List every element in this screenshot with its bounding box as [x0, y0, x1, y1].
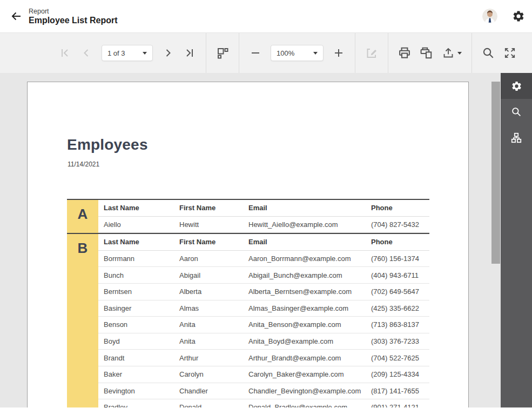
last-name-cell: Bevington	[98, 387, 174, 395]
next-page-button[interactable]	[157, 42, 179, 64]
previous-page-button[interactable]	[76, 42, 97, 64]
email-cell: Anita_Benson@example.com	[243, 320, 366, 329]
rail-search-button[interactable]	[501, 99, 532, 125]
email-cell: Chandler_Bevington@example.com	[243, 387, 366, 395]
last-name-cell: Boyd	[98, 337, 174, 345]
side-rail	[501, 73, 532, 407]
last-name-cell: Borrmann	[98, 255, 174, 263]
scrollbar-thumb[interactable]	[491, 82, 500, 264]
thumbnails-grid-icon	[216, 46, 229, 59]
export-button[interactable]	[437, 42, 466, 64]
printer-page-icon	[419, 46, 433, 60]
edit-button[interactable]	[361, 42, 382, 64]
last-name-cell: Brandt	[98, 354, 174, 362]
email-cell: Arthur_Brandt@example.com	[243, 354, 366, 362]
first-page-button[interactable]	[54, 42, 76, 64]
table-row: BoydAnitaAnita_Boyd@example.com(303) 376…	[98, 333, 429, 350]
thumbnails-button[interactable]	[212, 42, 233, 64]
viewer-toolbar: 1 of 3	[0, 33, 532, 73]
first-page-icon	[58, 46, 71, 59]
column-header: Last Name	[98, 204, 174, 212]
last-page-button[interactable]	[179, 42, 200, 64]
email-cell: Alberta_Berntsen@example.com	[243, 287, 366, 296]
email-cell: Almas_Basinger@example.com	[243, 304, 366, 312]
org-chart-icon	[510, 132, 522, 144]
first-name-cell: Donald	[174, 403, 243, 407]
first-name-cell: Anita	[174, 320, 243, 329]
breadcrumb: Report	[29, 8, 117, 15]
chevron-down-icon	[143, 52, 147, 55]
table-row: BasingerAlmasAlmas_Basinger@example.com(…	[98, 300, 429, 317]
search-icon	[481, 46, 495, 60]
column-header: Phone	[366, 204, 429, 212]
group-rows: Last NameFirst NameEmailPhoneBorrmannAar…	[98, 234, 429, 407]
table-group: ALast NameFirst NameEmailPhoneAielloHewi…	[67, 199, 429, 233]
phone-cell: (404) 943-6711	[366, 271, 429, 279]
report-title: Employees	[67, 136, 468, 153]
group-rows: Last NameFirst NameEmailPhoneAielloHewit…	[98, 200, 429, 233]
column-header: Email	[243, 238, 366, 246]
rail-parameters-button[interactable]	[501, 73, 532, 99]
page-title: Employee List Report	[29, 16, 117, 25]
first-name-cell: Arthur	[174, 354, 243, 362]
previous-page-icon	[80, 46, 93, 59]
toolbar-divider	[472, 33, 472, 73]
settings-gear-icon[interactable]	[510, 8, 527, 24]
toolbar-search-button[interactable]	[477, 42, 499, 64]
zoom-level-select[interactable]: 100%	[271, 45, 324, 61]
print-page-setup-button[interactable]	[415, 42, 437, 64]
header-actions	[482, 8, 527, 24]
zoom-in-button[interactable]	[328, 42, 349, 64]
page-number-value: 1 of 3	[107, 49, 125, 57]
back-button[interactable]	[7, 7, 25, 25]
phone-cell: (704) 827-5432	[366, 220, 429, 229]
chevron-down-icon	[457, 52, 462, 55]
first-name-cell: Carolyn	[174, 370, 243, 378]
edit-pencil-icon	[365, 46, 378, 59]
app-header: Report Employee List Report	[0, 0, 532, 33]
email-cell: Aaron_Borrmann@example.com	[243, 255, 366, 263]
email-cell: Hewitt_Aiello@example.com	[243, 220, 366, 229]
group-letter: A	[67, 200, 98, 233]
phone-cell: (817) 141-7655	[366, 387, 429, 395]
first-name-cell: Anita	[174, 337, 243, 345]
rail-document-map-button[interactable]	[501, 125, 532, 151]
zoom-out-button[interactable]	[245, 42, 266, 64]
viewer-content-area: Employees 11/14/2021 ALast NameFirst Nam…	[0, 73, 532, 407]
printer-icon	[398, 46, 412, 60]
first-name-cell: Alberta	[174, 287, 243, 296]
chevron-down-icon	[313, 52, 318, 55]
table-header-row: Last NameFirst NameEmailPhone	[98, 234, 429, 251]
report-page: Employees 11/14/2021 ALast NameFirst Nam…	[27, 82, 469, 407]
plus-icon	[332, 46, 345, 59]
print-button[interactable]	[394, 42, 415, 64]
column-header: Phone	[366, 238, 429, 246]
export-icon	[442, 46, 455, 59]
last-name-cell: Berntsen	[98, 287, 174, 296]
toolbar-divider	[239, 33, 239, 73]
last-name-cell: Baker	[98, 370, 174, 378]
phone-cell: (303) 376-7233	[366, 337, 429, 345]
last-name-cell: Bunch	[98, 271, 174, 279]
phone-cell: (425) 335-6622	[366, 304, 429, 312]
phone-cell: (713) 863-8137	[366, 320, 429, 329]
header-titles: Report Employee List Report	[29, 8, 117, 25]
user-avatar[interactable]	[482, 9, 497, 24]
email-cell: Carolyn_Baker@example.com	[243, 370, 366, 378]
table-row: BakerCarolynCarolyn_Baker@example.com(20…	[98, 366, 429, 383]
back-arrow-icon	[10, 10, 23, 23]
email-cell: Donald_Bradley@example.com	[243, 403, 366, 407]
vertical-scrollbar[interactable]	[491, 73, 500, 407]
phone-cell: (760) 156-1374	[366, 255, 429, 263]
fullscreen-button[interactable]	[499, 42, 521, 64]
next-page-icon	[161, 46, 174, 59]
page-number-select[interactable]: 1 of 3	[102, 45, 153, 61]
report-date: 11/14/2021	[68, 160, 468, 168]
last-name-cell: Aiello	[98, 220, 174, 229]
table-header-row: Last NameFirst NameEmailPhone	[98, 200, 429, 217]
gear-icon	[511, 81, 522, 92]
table-group: BLast NameFirst NameEmailPhoneBorrmannAa…	[67, 233, 429, 407]
table-row: BrandtArthurArthur_Brandt@example.com(70…	[98, 350, 429, 366]
email-cell: Abigail_Bunch@example.com	[243, 271, 366, 279]
toolbar-divider	[388, 33, 388, 73]
